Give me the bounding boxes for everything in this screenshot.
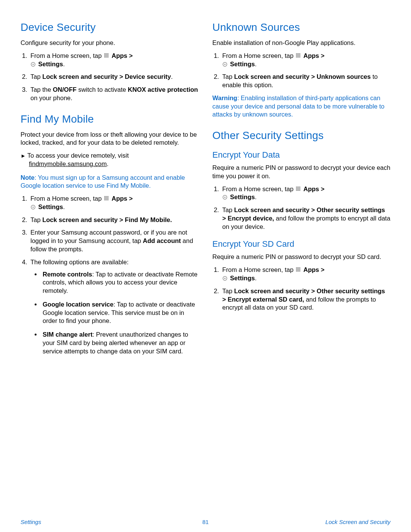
svg-point-42 (298, 54, 299, 55)
settings-gear-icon (222, 195, 228, 200)
list-item: The following options are available: Rem… (29, 258, 199, 356)
svg-point-13 (105, 56, 106, 58)
left-column: Device Security Configure security for y… (21, 21, 199, 521)
svg-point-87 (299, 271, 300, 272)
svg-point-36 (296, 53, 297, 54)
svg-point-41 (297, 54, 298, 55)
list-item: From a Home screen, tap Apps > Settings. (221, 52, 390, 69)
unordered-list: Remote controls: Tap to activate or deac… (30, 270, 199, 356)
text: . (171, 73, 173, 80)
note-paragraph: Note: You must sign up for a Samsung acc… (21, 174, 199, 190)
paragraph: Protect your device from loss or theft a… (21, 131, 199, 147)
list-item: Tap Lock screen and security > Other sec… (221, 206, 390, 231)
svg-point-6 (106, 54, 107, 55)
bold-text: Warning (212, 94, 237, 101)
svg-point-61 (299, 187, 300, 189)
svg-point-28 (106, 198, 107, 200)
paragraph: Require a numeric PIN or password to dec… (212, 253, 390, 261)
list-item: Google location service: Tap to activate… (41, 300, 199, 325)
svg-point-44 (296, 55, 297, 56)
svg-point-43 (299, 54, 300, 55)
svg-point-68 (298, 190, 299, 191)
apps-grid-icon (296, 267, 301, 272)
list-item: Tap Lock screen and security > Find My M… (29, 216, 199, 224)
settings-gear-icon (30, 204, 36, 210)
svg-point-40 (296, 54, 297, 55)
page-footer: Settings 81 Lock Screen and Security (21, 519, 390, 525)
svg-point-78 (298, 268, 299, 270)
svg-point-77 (297, 268, 298, 270)
svg-point-71 (224, 197, 225, 198)
bold-text: Apps (303, 52, 319, 59)
bold-text: Settings (230, 275, 255, 281)
bold-text: Add account (143, 237, 181, 244)
bold-text: Lock screen and security > Device securi… (42, 73, 171, 80)
svg-point-29 (107, 198, 108, 200)
svg-point-15 (107, 56, 108, 58)
paragraph: Configure security for your phone. (21, 39, 199, 47)
svg-point-64 (298, 189, 299, 190)
svg-point-4 (104, 54, 105, 55)
svg-point-14 (106, 56, 107, 58)
bold-text: Remote controls (43, 271, 92, 278)
svg-point-59 (297, 187, 298, 189)
list-item: Tap Lock screen and security > Device se… (29, 73, 199, 81)
svg-point-65 (299, 189, 300, 190)
svg-point-24 (106, 197, 107, 198)
text: . (255, 275, 257, 281)
text: Tap (30, 216, 42, 223)
paragraph: Require a numeric PIN or password to dec… (212, 164, 390, 181)
ordered-list: From a Home screen, tap Apps > Settings. (212, 185, 390, 231)
svg-point-32 (106, 200, 107, 201)
svg-point-1 (105, 53, 106, 54)
svg-point-72 (296, 267, 297, 268)
arrow-bullet: To access your device remotely, visit fi… (21, 152, 199, 168)
warning-paragraph: Warning: Enabling installation of third-… (212, 94, 390, 119)
text: : You must sign up for a Samsung account… (21, 174, 185, 189)
svg-point-55 (297, 186, 298, 187)
text: From a Home screen, tap (222, 266, 295, 273)
svg-point-75 (299, 267, 300, 268)
bold-text: SIM change alert (43, 331, 92, 338)
svg-point-11 (107, 55, 108, 56)
bold-text: Apps (303, 266, 319, 273)
bold-text: > (127, 52, 133, 59)
svg-point-80 (296, 270, 297, 271)
svg-point-69 (299, 190, 300, 191)
subheading-encrypt-sd: Encrypt Your SD Card (212, 239, 390, 249)
bold-text: Settings (230, 193, 255, 200)
apps-grid-icon (104, 196, 109, 201)
svg-point-74 (298, 267, 299, 268)
text: . (63, 203, 65, 210)
svg-point-39 (299, 53, 300, 54)
ordered-list: From a Home screen, tap Apps > Settings. (212, 266, 390, 312)
svg-point-81 (297, 270, 298, 271)
text: From a Home screen, tap (222, 185, 295, 192)
svg-point-26 (104, 198, 105, 200)
svg-point-7 (107, 54, 108, 55)
svg-point-46 (298, 55, 299, 56)
text: on your phone. (30, 94, 72, 101)
svg-point-3 (107, 53, 108, 54)
svg-point-21 (107, 196, 108, 197)
ordered-list: From a Home screen, tap Apps > Settings. (21, 52, 199, 102)
link-text[interactable]: findmymobile.samsung.com (29, 160, 107, 167)
text: . (107, 160, 109, 167)
bold-text: KNOX active protection (128, 86, 198, 93)
svg-point-20 (106, 196, 107, 197)
ordered-list: From a Home screen, tap Apps > Settings. (212, 52, 390, 89)
heading-find-my-mobile: Find My Mobile (21, 113, 199, 125)
svg-point-73 (297, 267, 298, 268)
text: Tap (222, 288, 234, 294)
list-item: SIM change alert: Prevent unauthorized c… (41, 331, 199, 355)
list-item: Tap the ON/OFF switch to activate KNOX a… (29, 86, 199, 102)
svg-point-9 (105, 55, 106, 56)
text: Tap (222, 73, 234, 80)
svg-point-35 (32, 206, 33, 208)
svg-point-49 (297, 56, 298, 58)
svg-point-85 (297, 271, 298, 272)
list-item: From a Home screen, tap Apps > Settings. (29, 52, 199, 69)
svg-point-84 (296, 271, 297, 272)
bold-text: > (319, 52, 325, 59)
list-item: Tap Lock screen and security > Other sec… (221, 287, 390, 312)
